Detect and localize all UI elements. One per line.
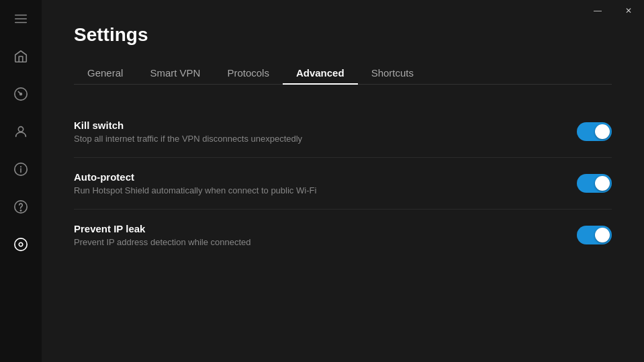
tab-shortcuts[interactable]: Shortcuts bbox=[358, 62, 427, 84]
kill-switch-text: Kill switch Stop all internet traffic if… bbox=[74, 120, 302, 144]
auto-protect-toggle[interactable] bbox=[577, 174, 612, 193]
settings-list: Kill switch Stop all internet traffic if… bbox=[74, 106, 612, 261]
svg-point-4 bbox=[18, 127, 23, 132]
kill-switch-item: Kill switch Stop all internet traffic if… bbox=[74, 106, 612, 158]
tab-protocols[interactable]: Protocols bbox=[214, 62, 283, 84]
svg-point-9 bbox=[20, 210, 21, 211]
tab-general[interactable]: General bbox=[74, 62, 136, 84]
close-button[interactable]: ✕ bbox=[613, 0, 644, 21]
svg-point-11 bbox=[19, 242, 23, 246]
tab-smart-vpn[interactable]: Smart VPN bbox=[136, 62, 214, 84]
auto-protect-item: Auto-protect Run Hotspot Shield automati… bbox=[74, 158, 612, 210]
main-content: Settings General Smart VPN Protocols Adv… bbox=[42, 0, 644, 362]
prevent-ip-leak-text: Prevent IP leak Prevent IP address detec… bbox=[74, 223, 251, 247]
svg-point-3 bbox=[20, 93, 22, 95]
settings-nav-icon[interactable] bbox=[11, 235, 30, 254]
help-icon[interactable] bbox=[11, 197, 30, 216]
svg-point-10 bbox=[15, 238, 27, 251]
home-icon[interactable] bbox=[11, 47, 30, 66]
account-icon[interactable] bbox=[11, 122, 30, 141]
tab-advanced[interactable]: Advanced bbox=[283, 62, 358, 84]
page-title: Settings bbox=[74, 24, 612, 46]
minimize-button[interactable]: — bbox=[582, 0, 613, 21]
auto-protect-desc: Run Hotspot Shield automatically when co… bbox=[74, 185, 316, 195]
kill-switch-desc: Stop all internet traffic if the VPN dis… bbox=[74, 134, 302, 144]
tabs-bar: General Smart VPN Protocols Advanced Sho… bbox=[74, 62, 612, 85]
info-icon[interactable] bbox=[11, 160, 30, 179]
auto-protect-title: Auto-protect bbox=[74, 171, 316, 183]
auto-protect-text: Auto-protect Run Hotspot Shield automati… bbox=[74, 171, 316, 195]
prevent-ip-leak-desc: Prevent IP address detection while conne… bbox=[74, 237, 251, 247]
speed-icon[interactable] bbox=[11, 85, 30, 103]
prevent-ip-leak-toggle[interactable] bbox=[577, 226, 612, 244]
sidebar bbox=[0, 0, 42, 362]
prevent-ip-leak-title: Prevent IP leak bbox=[74, 223, 251, 234]
kill-switch-toggle[interactable] bbox=[577, 122, 612, 141]
menu-icon[interactable] bbox=[11, 9, 30, 28]
prevent-ip-leak-item: Prevent IP leak Prevent IP address detec… bbox=[74, 210, 612, 261]
title-bar: — ✕ bbox=[582, 0, 644, 21]
kill-switch-title: Kill switch bbox=[74, 120, 302, 131]
